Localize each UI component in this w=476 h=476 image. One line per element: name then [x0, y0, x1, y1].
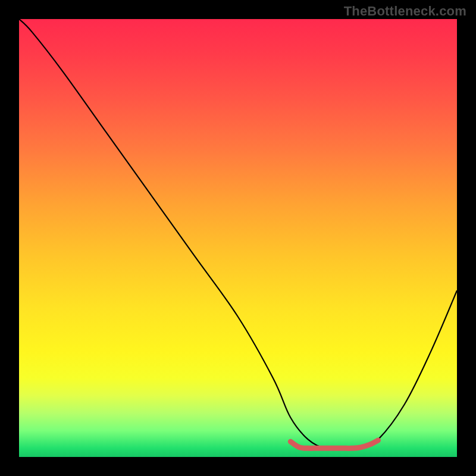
plot-area [19, 19, 457, 457]
bottleneck-curve [19, 19, 457, 449]
chart-frame: TheBottleneck.com [0, 0, 476, 476]
curve-layer [19, 19, 457, 457]
optimal-range-marker [290, 440, 378, 448]
watermark-text: TheBottleneck.com [344, 4, 466, 19]
